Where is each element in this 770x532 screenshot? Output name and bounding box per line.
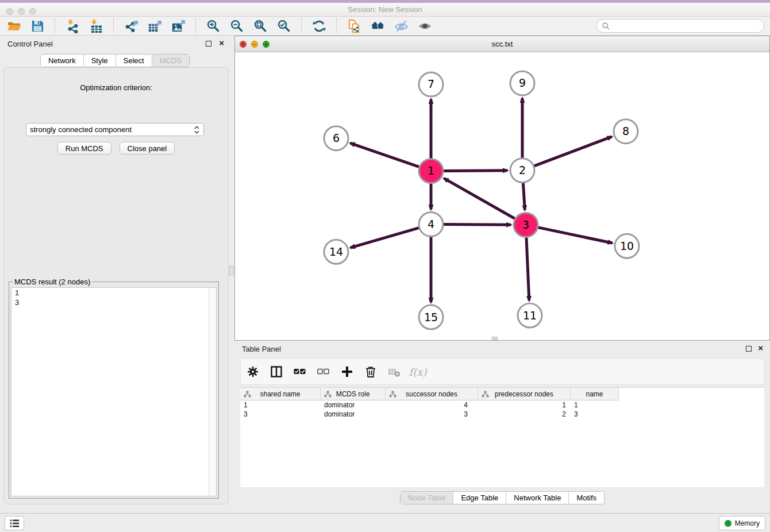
save-session-button[interactable] xyxy=(28,18,47,34)
result-scrollbar[interactable] xyxy=(209,288,216,496)
zoom-selected-button[interactable] xyxy=(275,18,293,34)
run-mcds-button[interactable]: Run MCDS xyxy=(57,142,111,155)
graph-node-label: 9 xyxy=(519,76,526,89)
show-all-button[interactable] xyxy=(415,18,434,34)
column-header-predecessor-nodes[interactable]: predecessor nodes xyxy=(478,388,571,400)
table-row[interactable]: 1dominator411 xyxy=(240,400,764,410)
table-x-icon xyxy=(388,365,401,378)
mcds-result-area[interactable]: 13 xyxy=(11,287,217,496)
graph-canvas[interactable]: 7968124314101511 xyxy=(235,52,769,340)
fit-content-button[interactable] xyxy=(251,18,270,34)
import-table-button[interactable] xyxy=(87,18,105,34)
control-panel-header: Control Panel × xyxy=(0,36,234,53)
column-header-name[interactable]: name xyxy=(571,388,619,400)
column-header-shared-name[interactable]: shared name xyxy=(240,388,321,400)
control-panel: Control Panel × NetworkStyleSelectMCDS O… xyxy=(0,36,234,513)
delete-column-button[interactable] xyxy=(363,365,378,379)
refresh-view-button[interactable] xyxy=(310,18,328,34)
graph-node-1[interactable]: 1 xyxy=(419,159,443,183)
cell: 3 xyxy=(571,410,619,419)
graph-node-11[interactable]: 11 xyxy=(518,303,542,327)
graph-edge-3-10[interactable] xyxy=(538,228,613,243)
cb-unchecked-icon xyxy=(317,365,330,378)
panel-divider-grip[interactable] xyxy=(229,265,234,275)
zoom-in-button[interactable] xyxy=(204,18,222,34)
graph-node-label: 11 xyxy=(523,309,537,322)
column-header-successor-nodes[interactable]: successor nodes xyxy=(386,388,478,400)
graph-edge-4-3[interactable] xyxy=(444,225,511,225)
table-tab-network-table[interactable]: Network Table xyxy=(506,492,569,504)
clone-network-button[interactable] xyxy=(345,18,363,34)
graph-edge-3-11[interactable] xyxy=(526,237,529,300)
unselect-all-columns-button[interactable] xyxy=(316,365,331,379)
column-header-mcds-role[interactable]: MCDS role xyxy=(321,388,386,400)
float-panel-icon[interactable] xyxy=(206,41,211,47)
graph-node-14[interactable]: 14 xyxy=(324,240,348,264)
search-box[interactable] xyxy=(596,19,764,33)
graph-node-2[interactable]: 2 xyxy=(510,159,534,183)
tab-style[interactable]: Style xyxy=(84,55,116,67)
graph-node-3[interactable]: 3 xyxy=(514,213,538,237)
canvas-resize-grip[interactable] xyxy=(492,337,498,340)
graph-node-9[interactable]: 9 xyxy=(510,71,534,95)
close-panel-button[interactable]: Close panel xyxy=(120,142,175,155)
column-header-label: predecessor nodes xyxy=(495,390,553,398)
create-column-button[interactable] xyxy=(340,365,355,379)
open-session-button[interactable] xyxy=(5,18,23,34)
graph-edge-3-1[interactable] xyxy=(444,178,515,218)
table-tab-motifs[interactable]: Motifs xyxy=(569,492,604,504)
import-network-icon xyxy=(66,19,80,33)
float-table-panel-icon[interactable] xyxy=(746,346,752,352)
network-window-titlebar[interactable]: × − + scc.txt xyxy=(235,36,769,52)
column-header-label: successor nodes xyxy=(406,390,457,398)
table-tab-node-table[interactable]: Node Table xyxy=(401,492,454,504)
graph-node-6[interactable]: 6 xyxy=(324,126,348,151)
table-row[interactable]: 3dominator323 xyxy=(240,410,764,419)
graph-edge-2-3[interactable] xyxy=(523,183,525,210)
toolbar-separator xyxy=(113,18,114,33)
columns-icon xyxy=(270,365,283,378)
clone-icon xyxy=(347,19,361,33)
zoom-out-button[interactable] xyxy=(228,18,246,34)
toolbar-separator xyxy=(301,18,302,33)
tab-network[interactable]: Network xyxy=(41,55,84,67)
graph-edge-4-14[interactable] xyxy=(351,228,419,248)
plus-icon xyxy=(341,365,353,378)
task-history-button[interactable] xyxy=(5,516,24,530)
zoom-out-icon xyxy=(230,19,244,33)
graph-edge-2-8[interactable] xyxy=(534,137,612,166)
table-settings-button[interactable] xyxy=(245,365,260,379)
export-image-button[interactable] xyxy=(169,18,187,34)
hide-selected-button[interactable] xyxy=(392,18,410,34)
search-input[interactable] xyxy=(613,22,759,30)
criterion-select[interactable]: strongly connected component xyxy=(26,123,204,136)
home-view-button[interactable] xyxy=(368,18,387,34)
graph-node-7[interactable]: 7 xyxy=(419,72,443,97)
tab-select[interactable]: Select xyxy=(116,55,152,67)
export-network-button[interactable] xyxy=(122,18,140,34)
close-panel-icon[interactable]: × xyxy=(219,37,224,49)
memory-button[interactable]: Memory xyxy=(719,516,765,530)
select-all-columns-button[interactable] xyxy=(292,365,307,379)
graph-node-15[interactable]: 15 xyxy=(419,305,443,329)
homes-icon xyxy=(371,19,385,33)
graph-node-10[interactable]: 10 xyxy=(615,234,639,258)
tab-mcds[interactable]: MCDS xyxy=(152,55,189,67)
memory-label: Memory xyxy=(735,519,760,527)
cell: dominator xyxy=(321,400,386,410)
function-icon: f(x) xyxy=(409,366,427,378)
column-view-button[interactable] xyxy=(269,365,284,379)
zoom-selected-icon xyxy=(277,19,291,33)
export-table-button[interactable] xyxy=(145,18,164,34)
graph-node-8[interactable]: 8 xyxy=(614,119,638,144)
search-icon xyxy=(602,22,610,30)
graph-node-4[interactable]: 4 xyxy=(419,212,443,236)
close-table-panel-icon[interactable]: × xyxy=(758,342,763,354)
table-header-row: shared nameMCDS rolesuccessor nodesprede… xyxy=(240,388,764,400)
save-icon xyxy=(30,19,45,33)
import-network-button[interactable] xyxy=(63,18,82,34)
table-tab-edge-table[interactable]: Edge Table xyxy=(453,492,506,504)
graph-edge-1-2[interactable] xyxy=(444,171,507,171)
graph-edge-1-6[interactable] xyxy=(351,143,419,167)
application-window: Session: New Session Control Panel × Net… xyxy=(0,0,770,532)
